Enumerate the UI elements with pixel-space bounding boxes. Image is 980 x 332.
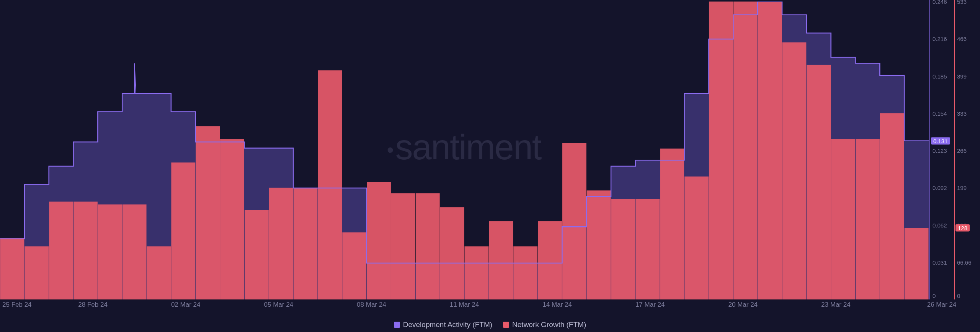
- svg-rect-35: [856, 139, 880, 299]
- x-tick: 14 Mar 24: [542, 301, 572, 309]
- svg-rect-6: [147, 246, 171, 299]
- svg-rect-5: [122, 204, 147, 299]
- y-axis-right: 066.66133199266333399466533128: [954, 0, 973, 299]
- svg-rect-24: [587, 190, 611, 299]
- y-tick: 66.66: [957, 259, 972, 265]
- plot-area[interactable]: santiment: [0, 2, 929, 299]
- x-tick: 05 Mar 24: [264, 301, 294, 309]
- chart-container: santiment 25 Feb 2428 Feb 2402 Mar 2405 …: [0, 0, 980, 332]
- svg-rect-31: [758, 2, 782, 299]
- x-tick: 02 Mar 24: [171, 301, 201, 309]
- svg-rect-19: [465, 246, 489, 299]
- svg-rect-8: [196, 126, 220, 299]
- legend-label-dev: Development Activity (FTM): [403, 321, 492, 329]
- legend-label-net: Network Growth (FTM): [512, 321, 586, 329]
- svg-rect-26: [635, 199, 660, 299]
- svg-rect-3: [74, 202, 98, 299]
- legend: Development Activity (FTM) Network Growt…: [0, 321, 980, 329]
- y-tick: 466: [957, 36, 967, 42]
- y-tick: 333: [957, 110, 967, 116]
- y-tick: 0.246: [933, 0, 947, 5]
- svg-rect-12: [294, 188, 318, 299]
- x-tick: 20 Mar 24: [728, 301, 758, 309]
- svg-rect-15: [367, 182, 391, 299]
- y-tick: 0.062: [933, 222, 947, 228]
- y-tick: 0.185: [933, 73, 947, 79]
- x-tick: 28 Feb 24: [78, 301, 108, 309]
- svg-rect-20: [489, 221, 513, 299]
- y-tick: 0.154: [933, 110, 947, 116]
- svg-rect-36: [880, 113, 904, 299]
- svg-rect-32: [782, 43, 806, 299]
- square-icon: [394, 322, 400, 328]
- svg-rect-17: [416, 193, 440, 299]
- x-tick: 11 Mar 24: [450, 301, 479, 309]
- legend-item-net[interactable]: Network Growth (FTM): [503, 321, 586, 329]
- x-tick: 25 Feb 24: [2, 301, 32, 309]
- svg-rect-14: [342, 232, 366, 299]
- x-tick: 17 Mar 24: [635, 301, 665, 309]
- svg-rect-33: [807, 65, 831, 299]
- legend-item-dev[interactable]: Development Activity (FTM): [394, 321, 492, 329]
- y-tick: 199: [957, 185, 967, 191]
- svg-rect-0: [0, 238, 24, 299]
- svg-rect-4: [98, 204, 122, 299]
- y-tick: 0.123: [933, 147, 947, 154]
- chart-svg: [0, 2, 929, 299]
- y-tick: 266: [957, 147, 967, 154]
- svg-rect-28: [684, 177, 709, 299]
- svg-rect-18: [440, 207, 464, 299]
- y-tick: 0: [933, 293, 936, 299]
- x-tick: 08 Mar 24: [357, 301, 386, 309]
- y-tick: 533: [957, 0, 967, 5]
- svg-rect-25: [611, 199, 635, 299]
- y-tick: 0: [957, 293, 960, 299]
- svg-rect-27: [660, 149, 684, 299]
- y-tick: 0.092: [933, 185, 947, 191]
- svg-rect-23: [562, 143, 586, 299]
- svg-rect-29: [709, 2, 733, 299]
- svg-rect-37: [905, 228, 929, 299]
- x-axis: 25 Feb 2428 Feb 2402 Mar 2405 Mar 2408 M…: [0, 301, 957, 309]
- y-current-badge: 0.131: [931, 137, 950, 144]
- y-axis-left: 00.0310.0620.0920.1230.1540.1850.2160.24…: [929, 0, 946, 299]
- svg-rect-1: [24, 246, 49, 299]
- square-icon: [503, 322, 509, 328]
- svg-rect-22: [538, 221, 562, 299]
- svg-rect-16: [391, 193, 415, 299]
- svg-rect-34: [831, 139, 855, 299]
- y-current-badge: 128: [956, 224, 970, 232]
- svg-rect-7: [171, 162, 195, 299]
- x-tick: 26 Mar 24: [927, 301, 957, 309]
- svg-rect-11: [269, 188, 293, 299]
- y-tick: 0.216: [933, 36, 947, 42]
- svg-rect-10: [245, 210, 269, 299]
- svg-rect-2: [49, 202, 73, 299]
- svg-rect-21: [513, 246, 537, 299]
- svg-rect-13: [318, 70, 342, 299]
- svg-rect-30: [733, 2, 758, 299]
- y-tick: 0.031: [933, 259, 947, 265]
- svg-rect-9: [220, 139, 244, 299]
- x-tick: 23 Mar 24: [821, 301, 851, 309]
- y-tick: 399: [957, 73, 967, 79]
